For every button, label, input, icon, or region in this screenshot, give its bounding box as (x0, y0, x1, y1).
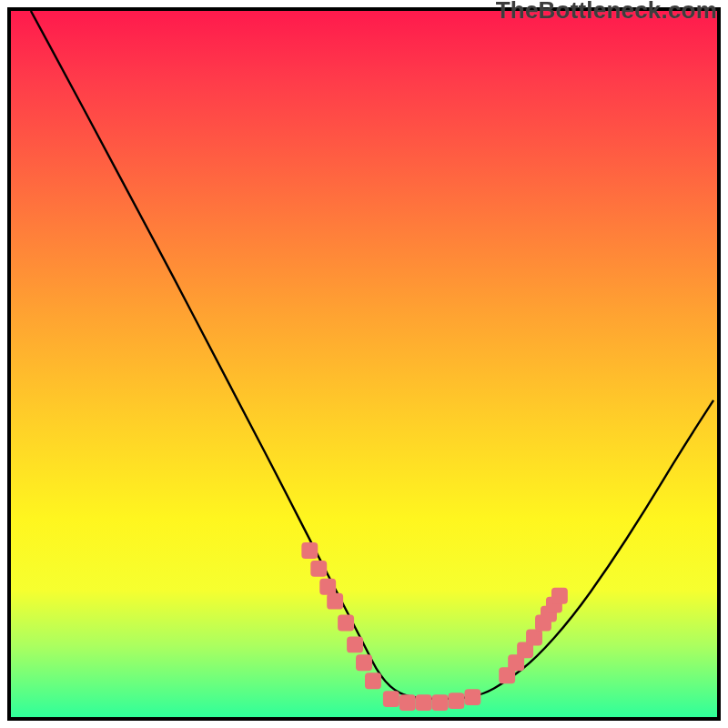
curve-marker (432, 694, 449, 711)
chart-frame (7, 7, 721, 721)
curve-marker (301, 542, 318, 559)
curve-marker (383, 691, 399, 707)
bottleneck-curve (31, 11, 713, 699)
curve-marker (356, 654, 372, 671)
curve-marker (338, 615, 354, 632)
curve-marker (365, 672, 381, 689)
watermark-text: TheBottleneck.com (496, 0, 717, 25)
curve-marker (310, 561, 327, 577)
curve-marker (449, 693, 465, 709)
curve-marker (399, 694, 416, 711)
curve-marker (526, 629, 542, 645)
curve-marker (319, 579, 336, 595)
curve-marker (551, 588, 568, 604)
curve-marker (416, 694, 432, 711)
curve-marker (464, 689, 480, 705)
chart-overlay-svg (11, 11, 717, 717)
curve-marker (327, 593, 343, 610)
curve-markers (301, 542, 567, 711)
curve-marker (347, 636, 363, 652)
